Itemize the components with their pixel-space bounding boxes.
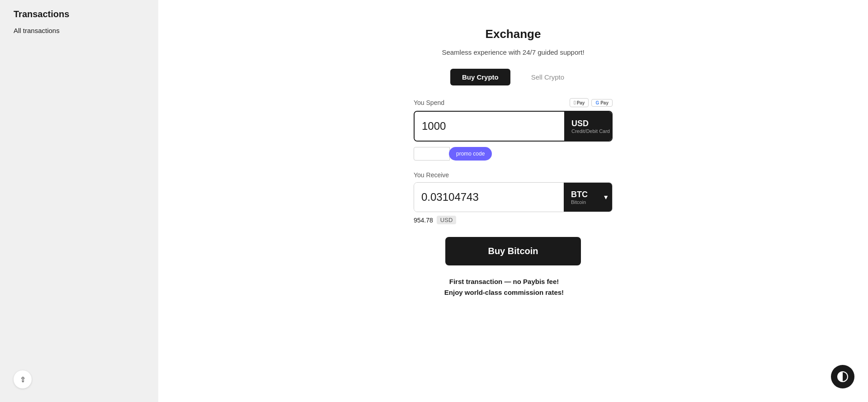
rate-row: 954.78 USD [414,216,613,224]
rate-amount: 954.78 [414,217,433,224]
sidebar-title: Transactions [14,9,145,19]
sell-crypto-button[interactable]: Sell Crypto [519,69,576,85]
spend-label: You Spend [414,99,444,106]
dark-mode-icon [837,371,848,382]
btc-name: Bitcoin [571,199,586,205]
scroll-up-button[interactable]: ⇧ [14,370,32,388]
main-content: Exchange Seamless experience with 24/7 g… [158,0,868,402]
google-g: G [595,100,599,105]
currency-subtext: Credit/Debit Card [571,128,610,134]
payment-icons:  Pay G Pay [570,98,613,107]
spend-label-row: You Spend  Pay G Pay [414,98,613,107]
google-pay-icon[interactable]: G Pay [591,99,613,107]
currency-code: USD [571,119,589,128]
currency-dropdown-icon: ▼ [612,123,613,130]
apple-pay-icon[interactable]:  Pay [570,98,589,107]
receive-input-group: BTC Bitcoin ▼ [414,182,613,212]
btc-code: BTC [571,190,588,199]
promo-code-input[interactable] [414,147,450,161]
all-transactions-link[interactable]: All transactions [14,27,60,34]
apple-pay-text: Pay [577,100,585,105]
buy-sell-toggle: Buy Crypto Sell Crypto [450,69,576,85]
btc-currency-selector[interactable]: BTC Bitcoin ▼ [564,183,613,212]
currency-selector[interactable]: USD Credit/Debit Card ▼ [564,112,613,141]
promo-line2: Enjoy world-class commission rates! [444,288,564,296]
promo-line1: First transaction — no Paybis fee! [449,278,559,285]
subtitle-text: Seamless experience with 24/7 guided sup… [442,48,584,56]
page-title: Exchange [486,27,541,41]
sidebar: Transactions All transactions ⇧ [0,0,158,402]
receive-amount-input[interactable] [414,183,564,212]
receive-label-row: You Receive [414,171,613,179]
btc-dropdown-icon: ▼ [603,194,609,201]
receive-label: You Receive [414,171,449,179]
apple-logo:  [574,99,576,106]
promo-footer-text: First transaction — no Paybis fee! Enjoy… [414,276,594,298]
buy-crypto-button[interactable]: Buy Crypto [450,69,510,85]
promo-code-button[interactable]: promo code [449,147,492,161]
rate-currency-badge: USD [437,216,456,224]
google-pay-text: Pay [600,100,609,105]
buy-bitcoin-button[interactable]: Buy Bitcoin [445,237,581,265]
dark-mode-toggle[interactable] [831,365,854,388]
exchange-form: You Spend  Pay G Pay USD Credit/Debit C… [414,98,613,298]
spend-input-group: USD Credit/Debit Card ▼ [414,111,613,142]
promo-row: promo code [414,147,613,161]
spend-amount-input[interactable] [415,112,564,141]
